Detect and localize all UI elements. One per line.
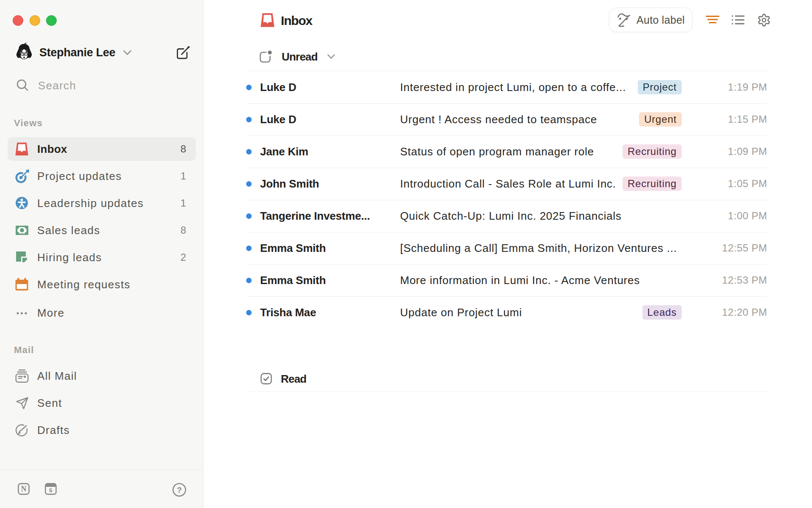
svg-text:?: ? [177,486,182,494]
svg-text:N: N [21,485,27,493]
svg-text:6: 6 [49,487,52,494]
